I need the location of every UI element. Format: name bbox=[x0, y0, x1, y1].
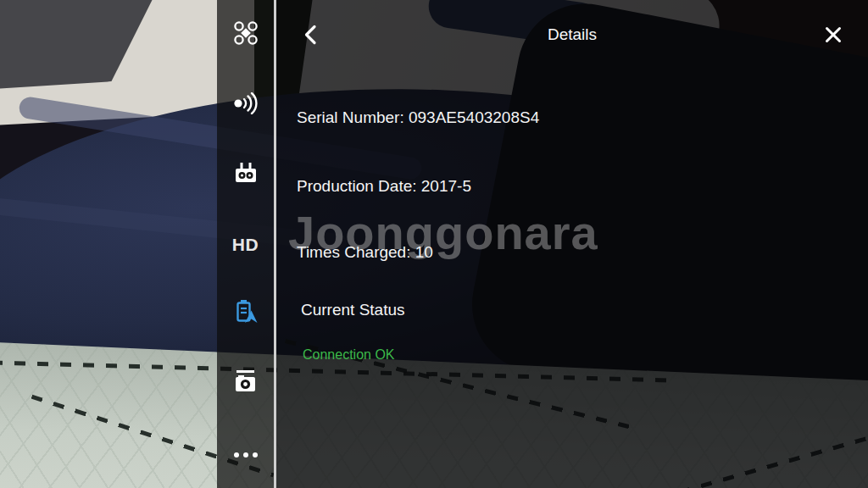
connection-status-value: Connection OK bbox=[303, 347, 395, 363]
sidebar-item-aircraft-battery[interactable] bbox=[217, 298, 274, 329]
battery-arrow-icon bbox=[232, 297, 259, 330]
page-title: Details bbox=[276, 25, 868, 44]
hd-icon: HD bbox=[232, 235, 259, 255]
serial-number-row: Serial Number: 093AE5403208S4 bbox=[297, 108, 539, 127]
app-screen: HD bbox=[0, 0, 868, 488]
camera-icon bbox=[232, 369, 259, 399]
sidebar-item-camera[interactable] bbox=[217, 369, 274, 398]
signal-waves-icon bbox=[232, 92, 259, 118]
sidebar-item-more[interactable] bbox=[217, 444, 274, 466]
sidebar-item-remote-controller[interactable] bbox=[217, 162, 274, 189]
production-date-row: Production Date: 2017-5 bbox=[297, 177, 471, 196]
ellipsis-icon bbox=[231, 447, 260, 463]
sidebar-item-signal[interactable] bbox=[217, 92, 274, 119]
current-status-label: Current Status bbox=[301, 301, 405, 319]
drone-icon bbox=[233, 20, 259, 49]
details-panel: Joonggonara Details Serial Number: 093AE… bbox=[276, 0, 868, 488]
settings-sidebar: HD bbox=[217, 0, 274, 488]
times-charged-row: Times Charged: 10 bbox=[297, 243, 433, 262]
sidebar-item-aircraft-status[interactable] bbox=[217, 20, 274, 49]
remote-controller-icon bbox=[232, 162, 259, 189]
close-icon bbox=[824, 32, 843, 47]
close-button[interactable] bbox=[824, 25, 843, 44]
sidebar-item-image-transmission[interactable]: HD bbox=[217, 232, 274, 258]
